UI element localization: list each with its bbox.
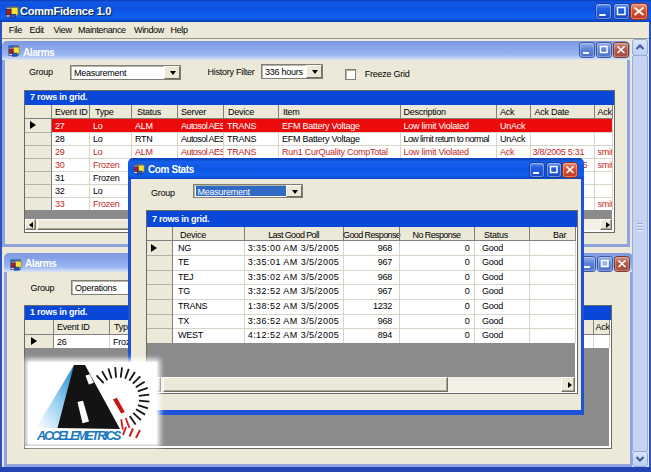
svg-text:ACCELEMETRICS: ACCELEMETRICS (36, 429, 122, 443)
